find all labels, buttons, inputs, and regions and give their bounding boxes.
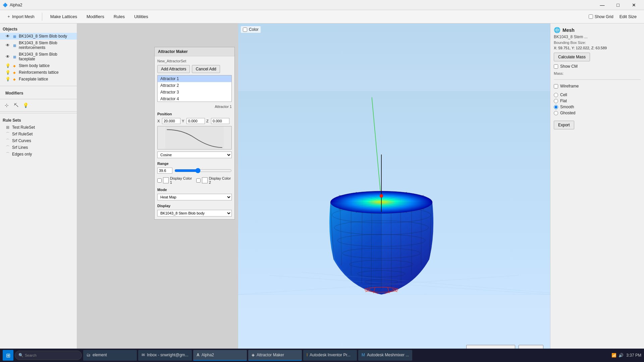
titlebar: 🔷 Alpha2 — □ ✕	[0, 0, 644, 10]
rules-menu[interactable]: Rules	[110, 12, 129, 21]
taskbar-app-attractor[interactable]: ◈ Attractor Maker	[248, 350, 302, 361]
flat-radio[interactable]	[554, 99, 558, 103]
taskbar-search[interactable]: 🔍 Search	[15, 351, 82, 360]
attractor-item-2[interactable]: Attractor 2	[158, 82, 231, 89]
show-cm-row: Show CM	[554, 64, 641, 69]
mesh-icon-3: ▦	[12, 54, 17, 59]
menu-separator-1	[42, 13, 42, 21]
taskbar-right: 📶 🔊 3:37 PM	[611, 353, 641, 358]
mass-label: Mass:	[554, 71, 641, 75]
titlebar-controls: — □ ✕	[595, 0, 641, 10]
y-input[interactable]	[186, 118, 205, 124]
attractor-item-4[interactable]: Attractor 4	[158, 96, 231, 102]
sidebar-item-stem-blob-body[interactable]: 👁 ▦ BK1043_8 Stem Blob body	[0, 33, 77, 40]
reinforcements-lattice-label: Reinforcements lattice	[19, 70, 59, 75]
modifiers-menu[interactable]: Modifiers	[83, 12, 108, 21]
taskbar: ⊞ 🔍 Search 🗂 element ✉ Inbox - snwright@…	[0, 349, 644, 362]
maximize-button[interactable]: □	[610, 0, 626, 10]
edit-size-menu[interactable]: Edit Size	[615, 12, 641, 21]
taskbar-app-alpha2[interactable]: A Alpha2	[193, 350, 247, 361]
inventor-app-icon: I	[307, 353, 308, 357]
sidebar-item-srf-curves[interactable]: ⌒ Srf Curves	[0, 137, 77, 144]
stem-blob-faceplate-label: BK1043_8 Stem Blob faceplate	[19, 52, 74, 61]
cell-radio[interactable]	[554, 93, 558, 97]
viewport: Color	[238, 23, 550, 362]
diamond-icon-2: ◆	[12, 70, 17, 75]
display-section-label: Display	[157, 204, 232, 208]
attractor-list: Attractor 1 Attractor 2 Attractor 3 Attr…	[157, 75, 232, 102]
calculate-mass-button[interactable]: Calculate Mass	[554, 53, 590, 61]
color-checkbox[interactable]	[243, 27, 247, 32]
stem-blob-body-label: BK1043_8 Stem Blob body	[19, 34, 67, 39]
show-cm-checkbox[interactable]	[554, 64, 558, 69]
show-grid-checkbox[interactable]	[589, 14, 593, 19]
export-button[interactable]: Export	[554, 121, 574, 129]
show-grid-label[interactable]: Show Grid	[589, 14, 613, 19]
element-app-label: element	[93, 353, 107, 357]
srf-curves-label: Srf Curves	[12, 138, 31, 143]
taskbar-app-inbox[interactable]: ✉ Inbox - snwright@gm...	[138, 350, 192, 361]
position-label: Position	[157, 112, 232, 116]
curve-icon-1: ⌒	[5, 132, 10, 136]
smooth-radio[interactable]	[554, 105, 558, 109]
display-object-select[interactable]: BK1043_8 Stem Blob body BK1043_8 Stem Bl…	[157, 210, 232, 217]
taskbar-app-meshmixer[interactable]: M Autodesk Meshmixer ...	[358, 350, 412, 361]
display-color2-checkbox[interactable]	[196, 178, 201, 183]
volume-icon: 🔊	[619, 353, 624, 358]
taskbar-app-inventor[interactable]: I Autodesk Inventor Pr...	[303, 350, 357, 361]
range-row	[157, 168, 232, 174]
import-mesh-button[interactable]: ＋ Import Mesh	[3, 12, 38, 21]
sidebar-item-srf-ruleset[interactable]: ⌒ Srf RuleSet	[0, 131, 77, 137]
sidebar-item-faceplate-lattice[interactable]: 💡 ◆ Faceplate lattice	[0, 76, 77, 82]
bulb-icon: 💡	[5, 63, 10, 68]
system-tray-icons: 📶 🔊	[611, 353, 624, 358]
sidebar-item-stem-blob-reinforcements[interactable]: 👁 ▦ BK1043_8 Stem Blob reinforcements	[0, 40, 77, 51]
modifiers-section-header: Modifiers	[3, 89, 74, 97]
mesh-icon-2: ▦	[12, 43, 17, 48]
panel-title-text: Mesh	[562, 27, 575, 33]
svg-rect-1	[165, 126, 224, 149]
make-lattices-menu[interactable]: Make Lattices	[46, 12, 81, 21]
mode-select[interactable]: Heat Map Gradient Solid	[157, 194, 232, 200]
mesh-viewport-svg	[238, 23, 550, 362]
display-color1-label: Display Color 1	[170, 176, 193, 184]
sidebar-item-reinforcements-lattice[interactable]: 💡 ◆ Reinforcements lattice	[0, 69, 77, 76]
taskbar-app-element[interactable]: 🗂 element	[83, 350, 137, 361]
add-attractors-button[interactable]: Add Attractors	[157, 65, 190, 73]
color-overlay: Color	[241, 26, 261, 33]
range-slider[interactable]	[174, 168, 232, 173]
attractor-item-3[interactable]: Attractor 3	[158, 89, 231, 96]
x-input[interactable]	[162, 118, 180, 124]
right-panel-divider	[554, 79, 641, 80]
close-button[interactable]: ✕	[626, 0, 641, 10]
select-tool[interactable]: ⛏	[12, 101, 20, 109]
pointer-tool[interactable]: ⊹	[3, 101, 11, 109]
search-icon: 🔍	[18, 353, 23, 358]
start-button[interactable]: ⊞	[3, 350, 13, 361]
sidebar-item-stem-blob-faceplate[interactable]: 👁 ▦ BK1043_8 Stem Blob faceplate	[0, 51, 77, 62]
curve-icon-2: ⌒	[5, 138, 10, 143]
bounding-box-value: X: 59.751, Y: 122.022, Z: 63.589	[554, 46, 641, 50]
inventor-app-label: Autodesk Inventor Pr...	[310, 353, 350, 357]
objects-header: Objects	[0, 25, 77, 33]
globe-icon: 🌐	[554, 27, 560, 33]
display-color1-swatch[interactable]	[163, 177, 169, 183]
display-color1-checkbox[interactable]	[157, 178, 162, 183]
taskbar-clock: 3:37 PM	[626, 353, 641, 358]
curve-type-select[interactable]: Cosine Linear Gaussian	[157, 152, 232, 158]
display-color2-swatch[interactable]	[202, 177, 208, 183]
wireframe-checkbox[interactable]	[554, 84, 558, 88]
sidebar-item-stem-body-lattice[interactable]: 💡 ◆ Stem body lattice	[0, 62, 77, 69]
bulb-tool[interactable]: 💡	[21, 101, 30, 109]
utilities-menu[interactable]: Utilities	[130, 12, 152, 21]
range-value-input[interactable]	[157, 168, 172, 174]
sidebar-item-srf-lines[interactable]: ⌒ Srf Lines	[0, 144, 77, 151]
ghosted-radio[interactable]	[554, 111, 558, 115]
sidebar-item-edges-only[interactable]: ⌒ Edges only	[0, 151, 77, 158]
z-input[interactable]	[211, 118, 229, 124]
edges-only-label: Edges only	[12, 152, 32, 157]
attractor-item-1[interactable]: Attractor 1	[158, 75, 231, 82]
sidebar-item-test-ruleset[interactable]: ⊞ Test RuleSet	[0, 124, 77, 131]
minimize-button[interactable]: —	[595, 0, 610, 10]
cancel-add-button[interactable]: Cancel Add	[192, 65, 220, 73]
